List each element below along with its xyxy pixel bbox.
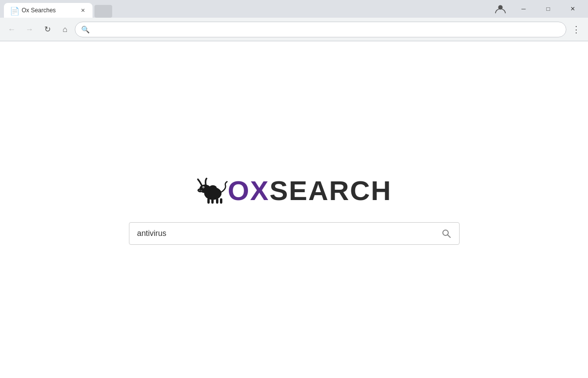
logo: OXSEARCH (196, 174, 392, 206)
address-bar[interactable]: 🔍 (75, 22, 566, 37)
address-search-icon: 🔍 (81, 26, 90, 33)
tab-title: Ox Searches (22, 7, 75, 14)
reload-button[interactable]: ↻ (39, 22, 55, 37)
svg-rect-5 (211, 198, 214, 204)
close-button[interactable]: ✕ (561, 0, 584, 18)
reload-icon: ↻ (44, 25, 51, 34)
menu-dots-icon: ⋮ (572, 24, 581, 35)
title-bar: 📄 Ox Searches ✕ ─ □ ✕ (0, 0, 588, 18)
minimize-button[interactable]: ─ (512, 0, 535, 18)
search-icon (441, 229, 451, 238)
logo-ox: OX (228, 175, 270, 206)
address-input[interactable] (93, 26, 560, 33)
svg-line-14 (447, 235, 450, 238)
back-icon: ← (8, 25, 16, 34)
svg-point-9 (203, 186, 204, 187)
logo-search: SEARCH (270, 175, 392, 206)
bull-icon (196, 177, 228, 204)
page-content: OXSEARCH (0, 41, 588, 378)
profile-icon[interactable] (493, 1, 508, 17)
logo-text: OXSEARCH (228, 174, 392, 206)
svg-point-11 (201, 190, 202, 191)
window-controls: ─ □ ✕ (493, 0, 584, 18)
tab-favicon: 📄 (10, 6, 18, 14)
tab-close-button[interactable]: ✕ (79, 6, 87, 14)
tab-area: 📄 Ox Searches ✕ (4, 0, 112, 18)
active-tab[interactable]: 📄 Ox Searches ✕ (4, 3, 93, 18)
nav-bar: ← → ↻ ⌂ 🔍 ⋮ (0, 18, 588, 41)
forward-icon: → (26, 25, 33, 34)
maximize-button[interactable]: □ (537, 0, 559, 18)
forward-button[interactable]: → (22, 22, 37, 37)
svg-rect-7 (220, 198, 222, 204)
home-icon: ⌂ (62, 25, 67, 34)
home-button[interactable]: ⌂ (57, 22, 73, 37)
browser-menu-button[interactable]: ⋮ (568, 22, 584, 37)
back-button[interactable]: ← (4, 22, 20, 37)
search-button[interactable] (433, 223, 459, 244)
svg-point-10 (199, 190, 200, 191)
new-tab-area (94, 5, 112, 18)
search-box (129, 222, 460, 245)
svg-rect-6 (216, 198, 218, 204)
search-input[interactable] (129, 223, 433, 244)
svg-rect-4 (207, 198, 210, 204)
svg-point-12 (209, 185, 217, 190)
